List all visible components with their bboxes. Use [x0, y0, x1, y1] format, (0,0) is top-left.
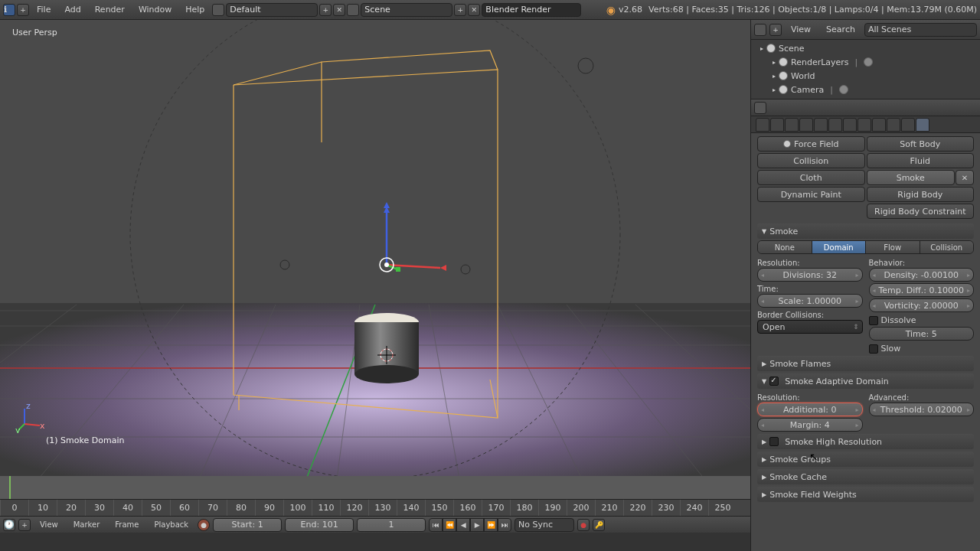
- record-icon[interactable]: ●: [577, 519, 590, 531]
- start-frame-field[interactable]: Start: 1: [213, 518, 282, 532]
- layout-delete-icon[interactable]: ✕: [333, 4, 345, 16]
- tab-render[interactable]: [756, 118, 769, 132]
- scale-field[interactable]: ◂Scale: 1.00000▸: [757, 294, 863, 308]
- tab-constraints[interactable]: [828, 118, 842, 132]
- btn-force-field[interactable]: Force Field: [757, 136, 865, 152]
- play-reverse-icon[interactable]: ◀: [456, 518, 470, 532]
- play-icon[interactable]: ▶: [470, 518, 484, 532]
- tab-material[interactable]: [872, 118, 886, 132]
- btn-smoke-remove[interactable]: ✕: [956, 170, 974, 185]
- margin-field[interactable]: ◂Margin: 4▸: [757, 418, 863, 432]
- outliner-search-menu[interactable]: Search: [820, 23, 861, 36]
- sync-dropdown[interactable]: No Sync: [514, 518, 574, 532]
- tab-world[interactable]: [799, 118, 813, 132]
- btn-fluid[interactable]: Fluid: [867, 153, 975, 168]
- border-collisions-dropdown[interactable]: Open: [757, 320, 863, 334]
- panel-smoke-groups-header[interactable]: ▶Smoke Groups: [757, 452, 974, 467]
- timeline-marker-menu[interactable]: Marker: [67, 519, 106, 530]
- panel-adaptive-domain-header[interactable]: ▼Smoke Adaptive Domain: [757, 373, 974, 389]
- timeline-track[interactable]: [0, 476, 750, 499]
- panel-smoke-cache-header[interactable]: ▶Smoke Cache: [757, 469, 974, 484]
- menu-render[interactable]: Render: [89, 3, 131, 16]
- tab-texture[interactable]: [887, 118, 900, 132]
- scene-dropdown[interactable]: Scene: [361, 3, 452, 17]
- panel-high-resolution-header[interactable]: ▶Smoke High Resolution: [757, 434, 974, 449]
- editor-type-properties-icon[interactable]: [754, 102, 766, 114]
- menu-file[interactable]: File: [31, 3, 57, 16]
- layout-browse-icon[interactable]: [212, 4, 224, 16]
- tab-render-layers[interactable]: [770, 118, 784, 132]
- btn-soft-body[interactable]: Soft Body: [867, 136, 975, 152]
- dissolve-checkbox[interactable]: [869, 316, 878, 325]
- additional-field[interactable]: ◂Additional: 0▸: [757, 403, 863, 416]
- end-frame-field[interactable]: End: 101: [285, 518, 354, 532]
- divisions-field[interactable]: ◂Divisions: 32▸: [757, 268, 863, 282]
- btn-dynamic-paint[interactable]: Dynamic Paint: [757, 187, 865, 202]
- keyframe-next-icon[interactable]: ⏩: [484, 518, 498, 532]
- plus-icon[interactable]: +: [17, 4, 29, 16]
- keying-set-icon[interactable]: 🔑: [593, 519, 605, 531]
- scene-add-icon[interactable]: +: [454, 4, 466, 16]
- smoke-type-none[interactable]: None: [758, 241, 812, 253]
- menu-help[interactable]: Help: [179, 3, 211, 16]
- outliner-item[interactable]: ▸Camera|: [751, 83, 980, 96]
- timeline-cursor[interactable]: [9, 476, 11, 499]
- ruler-tick: 220: [623, 500, 652, 516]
- btn-rigid-body[interactable]: Rigid Body: [867, 187, 975, 202]
- panel-field-weights-header[interactable]: ▶Smoke Field Weights: [757, 487, 974, 502]
- tab-object[interactable]: [814, 118, 828, 132]
- smoke-type-segment[interactable]: NoneDomainFlowCollision: [757, 240, 974, 254]
- current-frame-field[interactable]: 1: [357, 518, 426, 532]
- timeline-ruler[interactable]: 0102030405060708090100110120130140150160…: [0, 499, 750, 516]
- outliner-tree[interactable]: ▸Scene▸RenderLayers|▸World▸Camera|: [751, 40, 980, 99]
- jump-end-icon[interactable]: ⏭: [498, 518, 511, 532]
- layout-add-icon[interactable]: +: [319, 4, 332, 16]
- panel-smoke-flames-header[interactable]: ▶Smoke Flames: [757, 356, 974, 371]
- keyframe-prev-icon[interactable]: ⏪: [443, 518, 456, 532]
- tab-particles[interactable]: [901, 118, 915, 132]
- screen-layout-dropdown[interactable]: Default: [226, 3, 318, 17]
- high-resolution-checkbox[interactable]: [769, 437, 779, 446]
- editor-type-outliner-icon[interactable]: [754, 24, 766, 36]
- panel-smoke-header[interactable]: ▼Smoke: [757, 223, 974, 239]
- btn-collision[interactable]: Collision: [757, 153, 865, 168]
- timeline-frame-menu[interactable]: Frame: [109, 519, 145, 530]
- smoke-type-collision[interactable]: Collision: [920, 241, 974, 253]
- smoke-type-flow[interactable]: Flow: [866, 241, 920, 253]
- timeline-playback-menu[interactable]: Playback: [148, 519, 194, 530]
- btn-rigid-body-constraint[interactable]: Rigid Body Constraint: [867, 204, 975, 219]
- btn-smoke[interactable]: Smoke: [867, 170, 956, 185]
- menu-add[interactable]: Add: [58, 3, 87, 16]
- density-field[interactable]: ◂Density: -0.00100▸: [869, 268, 975, 282]
- timeline-view-menu[interactable]: View: [34, 519, 64, 530]
- editor-type-timeline-icon[interactable]: 🕐: [3, 519, 15, 531]
- vorticity-field[interactable]: ◂Vorticity: 2.00000▸: [869, 298, 975, 312]
- outliner-view-menu[interactable]: View: [785, 23, 817, 36]
- scene-delete-icon[interactable]: ✕: [468, 4, 480, 16]
- outliner-filter-dropdown[interactable]: All Scenes: [864, 23, 977, 37]
- adaptive-domain-checkbox[interactable]: [769, 377, 779, 386]
- tab-modifiers[interactable]: [843, 118, 857, 132]
- render-engine-dropdown[interactable]: Blender Render: [482, 3, 581, 17]
- tab-data[interactable]: [858, 118, 871, 132]
- ruler-tick: 90: [255, 500, 283, 516]
- btn-cloth[interactable]: Cloth: [757, 170, 865, 185]
- timeline-collapse-icon[interactable]: +: [18, 519, 31, 531]
- outliner-item[interactable]: ▸RenderLayers|: [751, 55, 980, 69]
- outliner-item[interactable]: ▸Scene: [751, 41, 980, 55]
- viewport-3d[interactable]: User Persp (1) Smoke Domain z x y + View…: [0, 20, 750, 533]
- outliner-item[interactable]: ▸World: [751, 69, 980, 83]
- temp-diff-field[interactable]: ◂Temp. Diff.: 0.10000▸: [869, 283, 975, 297]
- scene-browse-icon[interactable]: [347, 4, 359, 16]
- threshold-field[interactable]: ◂Threshold: 0.02000▸: [869, 403, 975, 416]
- editor-type-icon[interactable]: ℹ: [3, 4, 15, 16]
- outliner-collapse-icon[interactable]: +: [769, 24, 782, 36]
- tab-physics[interactable]: [916, 118, 929, 132]
- menu-window[interactable]: Window: [132, 3, 178, 16]
- smoke-type-domain[interactable]: Domain: [812, 241, 867, 253]
- slow-label: Slow: [881, 344, 901, 354]
- auto-keyframe-icon[interactable]: ●: [198, 519, 210, 531]
- tab-scene[interactable]: [785, 118, 799, 132]
- ruler-tick: 160: [453, 500, 482, 516]
- jump-start-icon[interactable]: ⏮: [429, 518, 443, 532]
